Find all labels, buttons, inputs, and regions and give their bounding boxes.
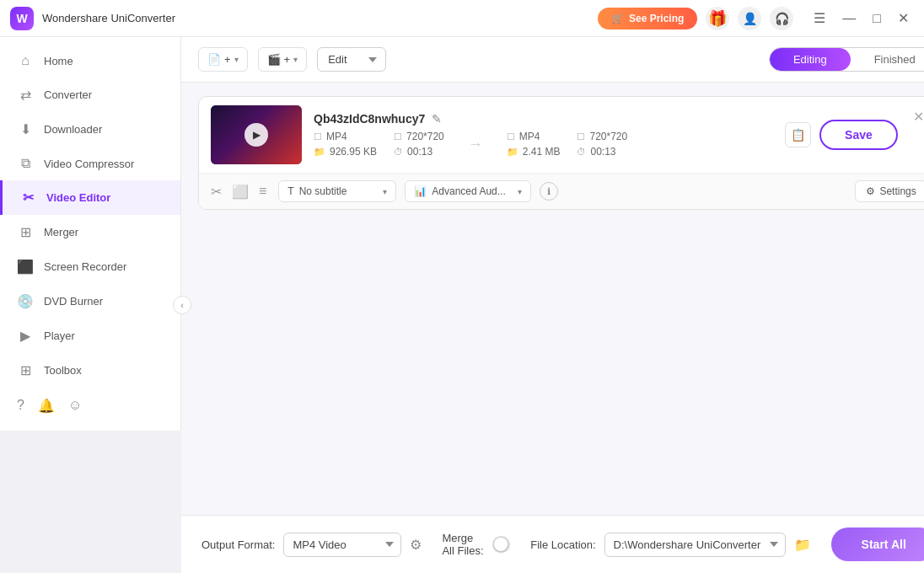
info-button[interactable]: ℹ [540, 182, 558, 201]
subtitle-label: No subtitle [299, 185, 347, 197]
maximize-button[interactable]: □ [868, 7, 886, 29]
sidebar-label-downloader: Downloader [44, 123, 102, 136]
size-icon: 📁 [314, 147, 325, 158]
toolbox-icon: ⊞ [17, 362, 34, 378]
info-icon: ℹ [547, 186, 551, 197]
footer-bar: Output Format: MP4 Video ⚙ Merge All Fil… [181, 515, 924, 573]
effects-icon[interactable]: ≡ [259, 184, 266, 200]
add-file-label: + [224, 53, 231, 66]
gift-icon[interactable]: 🎁 [706, 7, 729, 30]
toggle-knob [494, 538, 508, 551]
source-format-value: MP4 [326, 131, 347, 142]
sidebar-label-home: Home [44, 55, 73, 67]
output-duration-value: 00:13 [590, 146, 615, 158]
title-bar-left: W Wondershare UniConverter [10, 7, 175, 30]
start-all-button[interactable]: Start All [831, 527, 924, 561]
source-meta: ☐ MP4 📁 926.95 KB [314, 131, 377, 158]
settings-button[interactable]: ⚙ Settings [855, 180, 924, 202]
edit-dropdown[interactable]: Edit Trim Crop Effects [317, 47, 386, 72]
output-format-field: Output Format: MP4 Video ⚙ [201, 533, 422, 557]
settings-gear-icon: ⚙ [866, 185, 875, 197]
add-file-caret: ▾ [234, 55, 239, 64]
source-meta-2: ☐ 720*720 ⏱ 00:13 [394, 131, 444, 158]
see-pricing-button[interactable]: 🛒 See Pricing [598, 8, 697, 29]
sidebar-item-home[interactable]: ⌂ Home [0, 44, 180, 78]
file-location-select[interactable]: D:\Wondershare UniConverter [604, 533, 786, 557]
crop-icon[interactable]: ⬜ [232, 184, 249, 200]
sidebar-item-merger[interactable]: ⊞ Merger [0, 215, 180, 249]
save-btn-wrap: 📋 Save [785, 120, 898, 150]
video-compressor-icon: ⧉ [17, 156, 34, 171]
close-button[interactable]: ✕ [893, 7, 914, 29]
screen-recorder-icon: ⬛ [17, 259, 34, 275]
subtitle-caret: ▾ [383, 187, 387, 196]
trim-icon[interactable]: ✂ [211, 184, 222, 200]
arrow-divider: → [468, 136, 483, 153]
headphone-icon[interactable]: 🎧 [770, 7, 793, 30]
audio-icon: 📊 [414, 185, 427, 197]
app-logo: W [10, 7, 34, 30]
merge-toggle-switch[interactable] [492, 536, 510, 553]
copy-settings-button[interactable]: 📋 [785, 122, 811, 147]
sidebar-item-toolbox[interactable]: ⊞ Toolbox [0, 353, 180, 388]
audio-select[interactable]: 📊 Advanced Aud... ▾ [405, 180, 531, 202]
file-thumbnail[interactable]: ▶ [211, 105, 302, 164]
feedback-icon[interactable]: ☺ [68, 398, 82, 414]
source-duration: ⏱ 00:13 [394, 146, 444, 158]
cart-icon: 🛒 [611, 13, 624, 24]
tab-editing[interactable]: Editing [770, 48, 851, 71]
sidebar-label-video-editor: Video Editor [46, 191, 110, 204]
tab-finished[interactable]: Finished [851, 48, 924, 71]
subtitle-icon: T [287, 185, 293, 197]
sidebar-collapse-button[interactable]: ‹ [173, 296, 191, 314]
output-meta-2: ☐ 720*720 ⏱ 00:13 [577, 131, 627, 158]
duration-icon: ⏱ [394, 147, 403, 157]
file-location-label: File Location: [530, 538, 595, 551]
sidebar-item-downloader[interactable]: ⬇ Downloader [0, 112, 180, 147]
help-icon[interactable]: ? [17, 398, 24, 414]
user-icon[interactable]: 👤 [738, 7, 761, 30]
sidebar-label-merger: Merger [44, 226, 78, 238]
file-rename-icon[interactable]: ✎ [432, 112, 442, 126]
hamburger-menu-button[interactable]: ☰ [808, 7, 830, 29]
close-card-button[interactable]: ✕ [910, 105, 924, 128]
add-media-button[interactable]: 🎬 + ▾ [258, 47, 308, 72]
downloader-icon: ⬇ [17, 121, 34, 137]
source-resolution-value: 720*720 [406, 131, 444, 142]
file-card-top: ▶ Qb43zIdC8nwhucy7 ✎ ☐ [199, 97, 924, 174]
add-file-button[interactable]: 📄 + ▾ [198, 47, 248, 72]
output-format-select[interactable]: MP4 Video [283, 533, 401, 557]
sidebar-label-screen-recorder: Screen Recorder [44, 260, 126, 273]
output-format-label: Output Format: [201, 538, 275, 551]
file-info: Qb43zIdC8nwhucy7 ✎ ☐ MP4 [314, 112, 773, 158]
sidebar-item-video-compressor[interactable]: ⧉ Video Compressor [0, 147, 180, 180]
app-body: ⌂ Home ⇄ Converter ⬇ Downloader ⧉ Video … [0, 37, 924, 573]
output-resolution-icon: ☐ [577, 131, 585, 142]
sidebar-item-converter[interactable]: ⇄ Converter [0, 78, 180, 112]
sidebar-item-player[interactable]: ▶ Player [0, 319, 180, 353]
home-icon: ⌂ [17, 53, 34, 68]
dvd-burner-icon: 💿 [17, 293, 34, 309]
browse-folder-button[interactable]: 📁 [794, 537, 811, 553]
subtitle-select[interactable]: T No subtitle ▾ [278, 180, 396, 202]
save-button[interactable]: Save [819, 120, 898, 150]
sidebar-label-player: Player [44, 329, 75, 342]
title-bar: W Wondershare UniConverter 🛒 See Pricing… [0, 0, 924, 37]
play-button[interactable]: ▶ [244, 123, 268, 147]
sidebar-item-video-editor[interactable]: ✂ Video Editor [0, 180, 180, 215]
output-settings-icon[interactable]: ⚙ [410, 537, 422, 553]
output-format-value: MP4 [519, 131, 540, 142]
folder-icon: 📁 [794, 538, 811, 552]
sidebar-item-screen-recorder[interactable]: ⬛ Screen Recorder [0, 249, 180, 284]
player-icon: ▶ [17, 328, 34, 344]
add-file-icon: 📄 [207, 53, 221, 66]
main-content: 📄 + ▾ 🎬 + ▾ Edit Trim Crop Effects Editi… [181, 37, 924, 573]
sidebar-item-dvd-burner[interactable]: 💿 DVD Burner [0, 284, 180, 319]
minimize-button[interactable]: — [837, 7, 861, 29]
converter-icon: ⇄ [17, 87, 34, 103]
output-format-icon: ☐ [507, 131, 515, 142]
main-toolbar: 📄 + ▾ 🎬 + ▾ Edit Trim Crop Effects Editi… [181, 37, 924, 83]
format-icon: ☐ [314, 131, 322, 142]
notification-icon[interactable]: 🔔 [38, 398, 55, 414]
window-controls: ☰ — □ ✕ [808, 7, 914, 29]
